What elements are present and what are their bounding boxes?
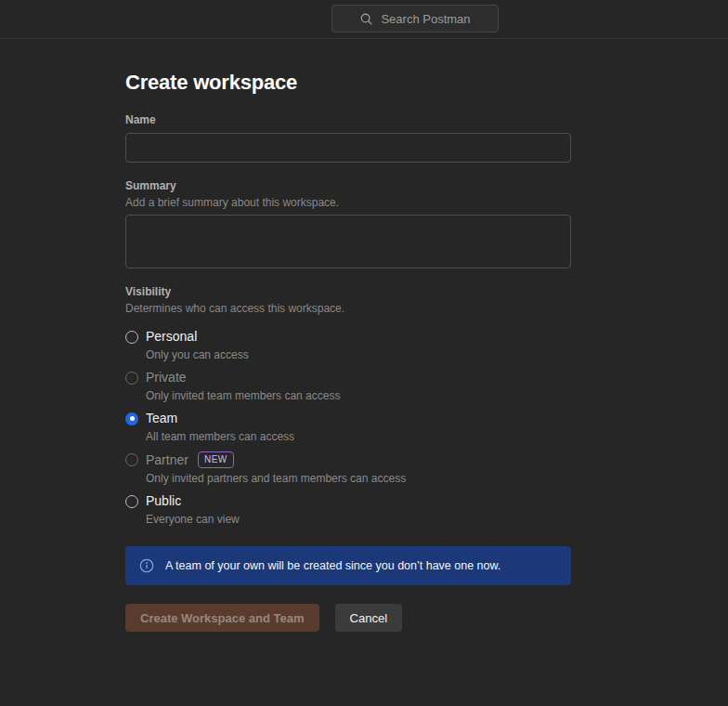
summary-label: Summary — [125, 179, 728, 193]
visibility-option-public[interactable]: Public Everyone can view — [125, 493, 728, 526]
radio-personal-icon[interactable] — [125, 331, 138, 344]
option-personal-description: Only you can access — [146, 348, 728, 361]
option-personal-label: Personal — [146, 329, 197, 345]
create-workspace-form: Create workspace Name Summary Add a brie… — [0, 39, 728, 632]
visibility-option-partner[interactable]: Partner NEW Only invited partners and te… — [125, 451, 728, 485]
search-icon — [359, 12, 373, 26]
option-partner-label: Partner — [146, 452, 188, 468]
create-workspace-and-team-button[interactable]: Create Workspace and Team — [125, 604, 319, 632]
visibility-option-team[interactable]: Team All team members can access — [125, 411, 728, 443]
option-team-label: Team — [146, 411, 177, 426]
radio-team-icon-selected[interactable] — [125, 412, 138, 425]
option-public-description: Everyone can view — [146, 513, 728, 526]
banner-text: A team of your own will be created since… — [165, 559, 500, 572]
radio-public-icon[interactable] — [125, 495, 138, 508]
info-icon — [139, 558, 154, 573]
visibility-hint: Determines who can access this workspace… — [125, 302, 728, 315]
visibility-option-private[interactable]: Private Only invited team members can ac… — [125, 370, 728, 402]
page-title: Create workspace — [125, 71, 728, 95]
option-private-description: Only invited team members can access — [146, 389, 728, 402]
team-info-banner: A team of your own will be created since… — [125, 546, 571, 585]
radio-private-icon[interactable] — [125, 372, 138, 385]
visibility-options: Personal Only you can access Private Onl… — [125, 329, 728, 526]
action-buttons: Create Workspace and Team Cancel — [125, 604, 728, 632]
visibility-label: Visibility — [125, 285, 728, 299]
top-bar: Search Postman — [0, 0, 728, 39]
option-team-description: All team members can access — [146, 430, 728, 443]
search-placeholder: Search Postman — [381, 12, 470, 26]
cancel-button[interactable]: Cancel — [335, 604, 402, 632]
option-private-label: Private — [146, 370, 187, 386]
new-badge: NEW — [198, 451, 234, 468]
option-public-label: Public — [146, 493, 181, 509]
summary-field[interactable] — [125, 215, 571, 268]
radio-partner-icon[interactable] — [125, 453, 138, 466]
name-label: Name — [125, 113, 728, 127]
search-input[interactable]: Search Postman — [332, 5, 499, 33]
name-field[interactable] — [125, 133, 571, 163]
option-partner-description: Only invited partners and team members c… — [146, 472, 728, 485]
visibility-option-personal[interactable]: Personal Only you can access — [125, 329, 728, 361]
summary-hint: Add a brief summary about this workspace… — [125, 196, 728, 209]
